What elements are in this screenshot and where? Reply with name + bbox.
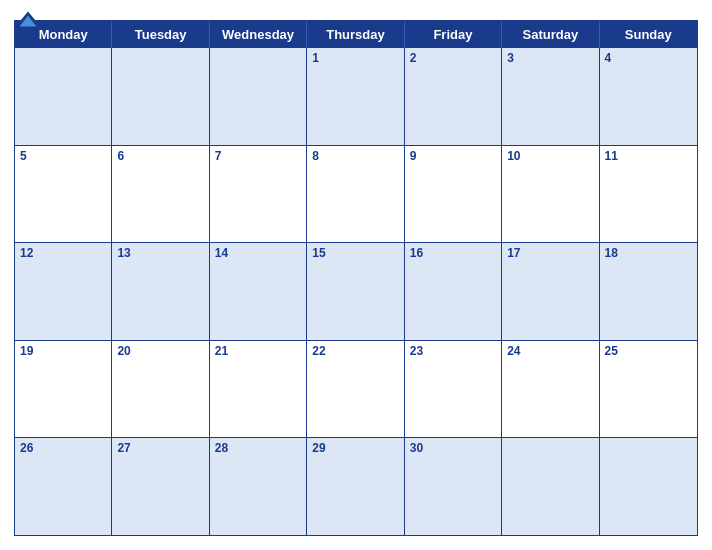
calendar-week: 12131415161718 [15,242,697,340]
calendar-week: 19202122232425 [15,340,697,438]
day-cell: 13 [112,243,209,340]
day-cell: 23 [405,341,502,438]
day-number: 5 [20,149,27,163]
day-number: 18 [605,246,618,260]
day-number: 4 [605,51,612,65]
day-number: 10 [507,149,520,163]
weekday-header: Wednesday [210,21,307,48]
day-cell: 14 [210,243,307,340]
day-cell: 22 [307,341,404,438]
logo-area [14,10,42,28]
day-cell: 16 [405,243,502,340]
calendar-week: 567891011 [15,145,697,243]
day-number: 21 [215,344,228,358]
day-number: 24 [507,344,520,358]
day-cell: 1 [307,48,404,145]
day-cell: 20 [112,341,209,438]
day-number: 3 [507,51,514,65]
day-cell: 21 [210,341,307,438]
calendar-grid: MondayTuesdayWednesdayThursdayFridaySatu… [14,20,698,536]
weekday-header: Tuesday [112,21,209,48]
calendar-header [14,10,698,20]
day-number: 7 [215,149,222,163]
weekday-header: Sunday [600,21,697,48]
day-cell: 19 [15,341,112,438]
day-cell: 29 [307,438,404,535]
day-number: 29 [312,441,325,455]
day-number: 25 [605,344,618,358]
weekday-header: Thursday [307,21,404,48]
day-cell [15,48,112,145]
day-number: 28 [215,441,228,455]
day-number: 20 [117,344,130,358]
day-number: 26 [20,441,33,455]
day-cell: 12 [15,243,112,340]
day-cell: 6 [112,146,209,243]
day-cell: 26 [15,438,112,535]
calendar-body: 1234567891011121314151617181920212223242… [15,48,697,535]
day-number: 17 [507,246,520,260]
day-number: 19 [20,344,33,358]
day-cell [112,48,209,145]
day-cell: 5 [15,146,112,243]
day-number: 8 [312,149,319,163]
day-number: 15 [312,246,325,260]
day-cell: 17 [502,243,599,340]
day-cell: 11 [600,146,697,243]
logo-icon [14,10,42,28]
day-number: 22 [312,344,325,358]
calendar-week: 1234 [15,48,697,145]
day-number: 27 [117,441,130,455]
day-cell [210,48,307,145]
day-cell: 27 [112,438,209,535]
day-cell: 18 [600,243,697,340]
day-cell: 9 [405,146,502,243]
day-number: 16 [410,246,423,260]
weekday-header: Saturday [502,21,599,48]
day-cell: 8 [307,146,404,243]
day-cell: 28 [210,438,307,535]
day-number: 30 [410,441,423,455]
day-number: 2 [410,51,417,65]
day-number: 14 [215,246,228,260]
day-cell: 25 [600,341,697,438]
day-cell: 7 [210,146,307,243]
calendar-weekdays: MondayTuesdayWednesdayThursdayFridaySatu… [15,21,697,48]
day-number: 12 [20,246,33,260]
day-number: 9 [410,149,417,163]
day-cell: 3 [502,48,599,145]
day-cell [502,438,599,535]
day-number: 13 [117,246,130,260]
day-number: 1 [312,51,319,65]
weekday-header: Friday [405,21,502,48]
calendar-container: MondayTuesdayWednesdayThursdayFridaySatu… [0,0,712,550]
day-cell: 15 [307,243,404,340]
day-cell: 4 [600,48,697,145]
day-cell: 10 [502,146,599,243]
day-cell: 2 [405,48,502,145]
day-cell: 30 [405,438,502,535]
day-number: 11 [605,149,618,163]
day-cell: 24 [502,341,599,438]
day-cell [600,438,697,535]
day-number: 23 [410,344,423,358]
day-number: 6 [117,149,124,163]
calendar-week: 2627282930 [15,437,697,535]
